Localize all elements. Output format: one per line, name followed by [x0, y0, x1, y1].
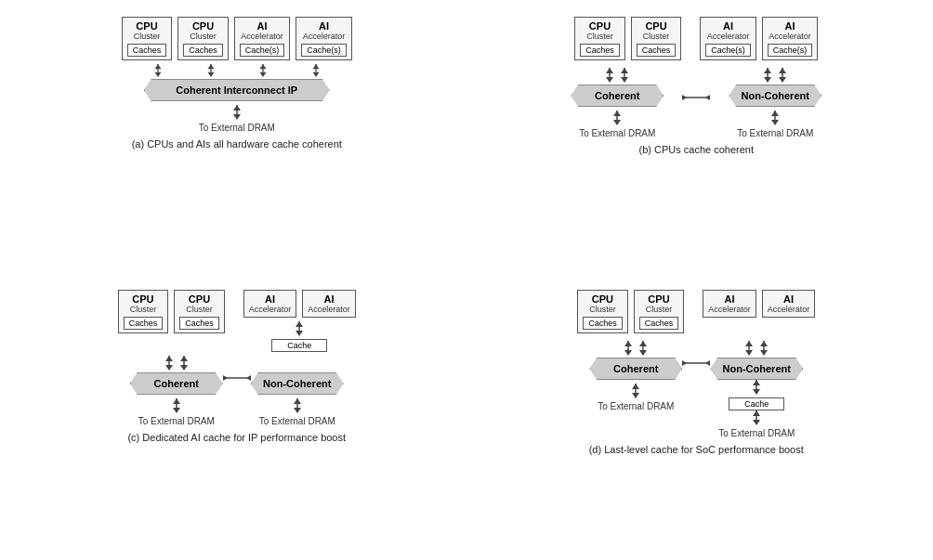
ai-block-b2: AI Accelerator Cache(s)	[762, 17, 819, 60]
right-dram-d: To External DRAM	[718, 428, 795, 438]
svg-marker-20	[621, 68, 628, 73]
svg-marker-22	[613, 120, 621, 125]
svg-marker-56	[624, 341, 632, 346]
svg-marker-4	[207, 72, 214, 77]
blocks-row-a: CPU Cluster Caches CPU Cluster Caches AI…	[122, 17, 352, 60]
cpu-block-a2: CPU Cluster Caches	[177, 17, 229, 60]
diagram-d: CPU Cluster Caches CPU Cluster Caches	[469, 282, 925, 551]
svg-marker-53	[294, 398, 301, 404]
coherent-banner-b: Coherent	[571, 85, 664, 107]
block-title: AI	[319, 20, 329, 32]
left-dram-d: To External DRAM	[598, 401, 674, 411]
cache-box: Cache(s)	[301, 44, 347, 57]
svg-marker-31	[779, 77, 786, 83]
svg-marker-10	[312, 72, 319, 77]
svg-marker-44	[180, 356, 188, 361]
coherent-banner-d: Coherent	[589, 358, 682, 380]
cpu-block-c1: CPU Cluster Caches	[118, 290, 169, 333]
cpu-block-d2: CPU Cluster Caches	[634, 290, 685, 333]
svg-marker-74	[753, 380, 760, 385]
svg-marker-64	[682, 360, 687, 366]
diagram-d-content: CPU Cluster Caches CPU Cluster Caches	[473, 290, 921, 438]
svg-marker-35	[771, 111, 779, 116]
noncoherent-banner-d: Non-Coherent	[710, 358, 803, 380]
main-container: CPU Cluster Caches CPU Cluster Caches AI…	[0, 0, 933, 560]
svg-marker-7	[260, 72, 267, 77]
svg-marker-8	[260, 64, 267, 69]
cpu-block-d1: CPU Cluster Caches	[577, 290, 628, 333]
svg-marker-55	[624, 350, 632, 356]
cpu-block-b2: CPU Cluster Caches	[631, 17, 682, 60]
coherent-banner-c: Coherent	[130, 372, 223, 395]
caption-d: (d) Last-level cache for SoC performance…	[589, 444, 804, 455]
svg-marker-19	[621, 77, 628, 83]
caption-c: (c) Dedicated AI cache for IP performanc…	[127, 432, 346, 443]
svg-marker-28	[764, 77, 771, 83]
svg-marker-71	[760, 341, 768, 346]
svg-marker-5	[207, 64, 214, 69]
ai-block-b1: AI Accelerator Cache(s)	[700, 17, 756, 60]
svg-marker-73	[753, 389, 760, 395]
svg-marker-52	[294, 408, 301, 413]
svg-marker-13	[233, 114, 241, 120]
svg-marker-34	[771, 120, 779, 125]
block-sub: Cluster	[134, 32, 161, 41]
caption-b: (b) CPUs cache coherent	[639, 144, 755, 155]
ai-block-c2: AI Accelerator	[302, 290, 356, 318]
svg-marker-59	[639, 341, 647, 346]
svg-marker-29	[764, 68, 771, 73]
svg-marker-62	[632, 384, 639, 389]
svg-marker-38	[296, 321, 303, 327]
svg-marker-23	[613, 111, 621, 116]
right-dram-b: To External DRAM	[737, 128, 813, 138]
diagram-a: CPU Cluster Caches CPU Cluster Caches AI…	[9, 9, 465, 278]
svg-marker-70	[760, 350, 768, 356]
svg-marker-17	[606, 68, 613, 73]
cache-box: Cache(s)	[240, 44, 285, 57]
cpu-block-a1: CPU Cluster Caches	[122, 17, 173, 60]
caption-a: (a) CPUs and AIs all hardware cache cohe…	[132, 138, 342, 150]
svg-marker-14	[233, 105, 241, 111]
svg-marker-2	[155, 64, 162, 69]
svg-marker-32	[779, 68, 786, 73]
svg-marker-43	[180, 365, 188, 371]
cpu-block-b1: CPU Cluster Caches	[574, 17, 625, 60]
diagram-c: CPU Cluster Caches CPU Cluster Caches	[9, 282, 465, 551]
svg-marker-77	[753, 410, 760, 416]
svg-marker-16	[606, 77, 613, 83]
ai-block-a2: AI Accelerator Cache(s)	[296, 17, 352, 60]
svg-marker-49	[223, 375, 228, 381]
cache-box: Caches	[127, 44, 167, 57]
block-sub: Cluster	[190, 32, 217, 41]
noncoherent-banner-b: Non-Coherent	[729, 85, 821, 107]
cache-box: Caches	[183, 44, 223, 57]
svg-marker-47	[173, 398, 180, 404]
svg-marker-67	[745, 350, 753, 356]
ai-block-d2: AI Accelerator	[762, 290, 816, 318]
svg-marker-40	[165, 365, 173, 371]
svg-marker-58	[639, 350, 647, 356]
ai-block-a1: AI Accelerator Cache(s)	[234, 17, 291, 60]
svg-marker-68	[745, 341, 753, 346]
diagram-c-content: CPU Cluster Caches CPU Cluster Caches	[13, 290, 461, 426]
right-cache-c: Cache	[271, 339, 327, 352]
left-dram-b: To External DRAM	[579, 128, 655, 138]
svg-marker-46	[173, 408, 180, 413]
block-title: AI	[257, 20, 268, 32]
block-title: CPU	[192, 20, 214, 32]
svg-marker-76	[753, 420, 760, 425]
left-dram-c: To External DRAM	[138, 416, 215, 426]
svg-marker-25	[682, 95, 687, 100]
diagram-a-content: CPU Cluster Caches CPU Cluster Caches AI…	[13, 17, 461, 133]
svg-marker-37	[296, 331, 303, 336]
svg-marker-26	[705, 95, 710, 100]
right-dram-c: To External DRAM	[259, 416, 335, 426]
block-sub: Accelerator	[303, 32, 346, 41]
noncoherent-banner-c: Non-Coherent	[251, 372, 344, 395]
interconnect-banner-a: Coherent Interconnect IP	[144, 79, 330, 101]
cpu-block-c2: CPU Cluster Caches	[174, 290, 225, 333]
block-title: CPU	[136, 20, 157, 32]
ai-block-d1: AI Accelerator	[703, 290, 756, 318]
svg-marker-41	[165, 356, 173, 361]
block-sub: Accelerator	[241, 32, 283, 41]
